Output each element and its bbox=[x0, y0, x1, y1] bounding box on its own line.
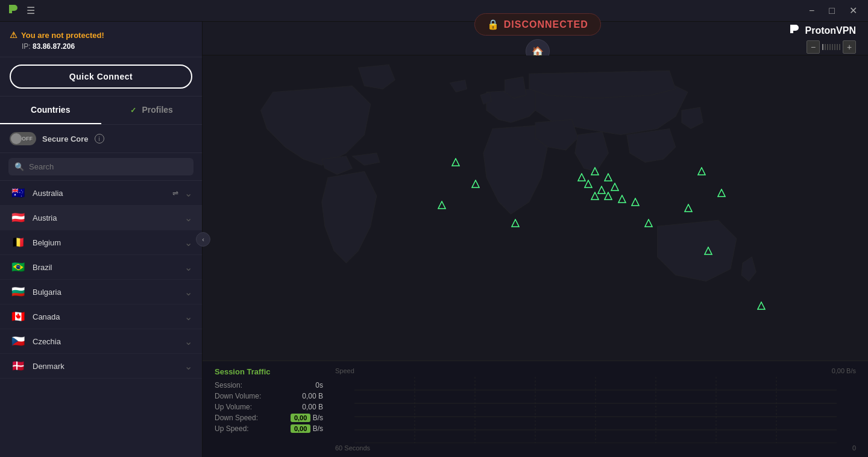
traffic-section: Session Traffic Session: 0s Down Volume:… bbox=[215, 367, 323, 451]
expand-icon-belgium: ⌄ bbox=[184, 237, 192, 248]
traffic-down-volume: Down Volume: 0,00 B bbox=[215, 392, 323, 400]
quick-connect-button[interactable]: Quick Connect bbox=[10, 65, 192, 89]
country-name-bulgaria: Bulgaria bbox=[33, 288, 178, 297]
flag-belgium: 🇧🇪 bbox=[10, 236, 27, 248]
country-item-czechia[interactable]: 🇨🇿 Czechia ⌄ bbox=[0, 329, 202, 354]
close-button[interactable]: ✕ bbox=[846, 4, 861, 17]
chart-speed-label: Speed bbox=[335, 367, 354, 374]
expand-icon-bulgaria: ⌄ bbox=[184, 286, 192, 298]
secure-core-row: OFF Secure Core i bbox=[0, 125, 202, 153]
search-row: 🔍 bbox=[0, 153, 202, 181]
country-list: 🇦🇺 Australia ⇌ ⌄ 🇦🇹 Austria ⌄ 🇧🇪 Belgium… bbox=[0, 181, 202, 457]
sidebar: ⚠ You are not protected! IP: 83.86.87.20… bbox=[0, 22, 203, 457]
connection-bar: 🔒 DISCONNECTED 🏠 ProtonVPN − bbox=[203, 22, 868, 55]
sidebar-collapse-button[interactable]: ‹ bbox=[196, 232, 210, 247]
redirect-icon-australia: ⇌ bbox=[172, 189, 178, 197]
tabs: Countries ✓ Profiles bbox=[0, 96, 202, 125]
country-name-australia: Australia bbox=[33, 189, 164, 198]
proton-logo-icon bbox=[7, 3, 19, 18]
window-controls: − □ ✕ bbox=[805, 4, 861, 17]
search-wrap: 🔍 bbox=[8, 158, 193, 175]
country-item-austria[interactable]: 🇦🇹 Austria ⌄ bbox=[0, 206, 202, 230]
hamburger-menu-icon[interactable]: ☰ bbox=[27, 5, 35, 16]
country-name-czechia: Czechia bbox=[33, 337, 178, 346]
info-icon[interactable]: i bbox=[95, 134, 104, 143]
chart-canvas bbox=[335, 377, 856, 443]
country-name-canada: Canada bbox=[33, 312, 178, 321]
disconnected-badge: 🔒 DISCONNECTED bbox=[474, 13, 601, 36]
country-name-austria: Austria bbox=[33, 213, 178, 222]
traffic-down-speed: Down Speed: 0,00 B/s bbox=[215, 414, 323, 422]
country-item-canada[interactable]: 🇨🇦 Canada ⌄ bbox=[0, 304, 202, 329]
expand-icon-czechia: ⌄ bbox=[184, 336, 192, 347]
flag-australia: 🇦🇺 bbox=[10, 187, 27, 199]
traffic-session: Session: 0s bbox=[215, 381, 323, 389]
search-icon: 🔍 bbox=[14, 162, 24, 171]
secure-core-label: Secure Core bbox=[42, 134, 89, 143]
brand-name: ProtonVPN bbox=[805, 25, 856, 36]
profiles-check-icon: ✓ bbox=[130, 106, 136, 115]
country-item-belgium[interactable]: 🇧🇪 Belgium ⌄ bbox=[0, 230, 202, 255]
main-layout: ⚠ You are not protected! IP: 83.86.87.20… bbox=[0, 22, 868, 457]
flag-canada: 🇨🇦 bbox=[10, 310, 27, 323]
expand-icon-brazil: ⌄ bbox=[184, 262, 192, 273]
lock-icon: 🔒 bbox=[487, 19, 499, 30]
brand-logo-icon bbox=[788, 23, 800, 38]
titlebar: ☰ − □ ✕ bbox=[0, 0, 868, 22]
country-item-brazil[interactable]: 🇧🇷 Brazil ⌄ bbox=[0, 255, 202, 280]
chart-footer: 60 Seconds 0 bbox=[335, 444, 856, 452]
country-name-brazil: Brazil bbox=[33, 263, 178, 272]
minimize-button[interactable]: − bbox=[805, 4, 818, 17]
zoom-controls: − + bbox=[807, 40, 856, 54]
stats-panel: Session Traffic Session: 0s Down Volume:… bbox=[203, 361, 868, 457]
toggle-label: OFF bbox=[22, 136, 33, 142]
chart-time-label: 60 Seconds bbox=[335, 444, 370, 452]
zoom-bar bbox=[822, 44, 840, 50]
warning-banner: ⚠ You are not protected! IP: 83.86.87.20… bbox=[0, 22, 202, 57]
chart-max-speed: 0,00 B/s bbox=[832, 367, 856, 374]
flag-brazil: 🇧🇷 bbox=[10, 261, 27, 273]
expand-icon-denmark: ⌄ bbox=[184, 361, 192, 372]
traffic-title: Session Traffic bbox=[215, 367, 323, 376]
tab-countries[interactable]: Countries bbox=[0, 96, 101, 124]
warning-icon: ⚠ bbox=[10, 30, 17, 40]
search-input[interactable] bbox=[29, 162, 187, 171]
chart-zero: 0 bbox=[852, 444, 856, 452]
quick-connect-section: Quick Connect bbox=[0, 57, 202, 96]
chart-area: Speed 0,00 B/s bbox=[335, 367, 856, 451]
country-item-denmark[interactable]: 🇩🇰 Denmark ⌄ bbox=[0, 354, 202, 379]
expand-icon-canada: ⌄ bbox=[184, 311, 192, 323]
flag-czechia: 🇨🇿 bbox=[10, 335, 27, 347]
zoom-out-button[interactable]: − bbox=[807, 40, 820, 54]
toggle-knob bbox=[11, 133, 22, 144]
secure-core-toggle[interactable]: OFF bbox=[10, 132, 36, 145]
world-map bbox=[203, 55, 868, 361]
flag-bulgaria: 🇧🇬 bbox=[10, 286, 27, 298]
chart-svg bbox=[335, 377, 856, 443]
expand-icon-austria: ⌄ bbox=[184, 212, 192, 224]
chart-header: Speed 0,00 B/s bbox=[335, 367, 856, 374]
titlebar-left: ☰ bbox=[7, 3, 35, 18]
disconnected-text: DISCONNECTED bbox=[504, 19, 588, 30]
protonvpn-brand: ProtonVPN bbox=[788, 23, 856, 38]
traffic-up-speed: Up Speed: 0,00 B/s bbox=[215, 424, 323, 433]
zoom-in-button[interactable]: + bbox=[843, 40, 856, 54]
tab-profiles[interactable]: ✓ Profiles bbox=[101, 96, 203, 124]
expand-icon-australia: ⌄ bbox=[184, 188, 192, 199]
country-item-bulgaria[interactable]: 🇧🇬 Bulgaria ⌄ bbox=[0, 280, 202, 304]
brand-section: ProtonVPN − + bbox=[788, 23, 856, 54]
maximize-button[interactable]: □ bbox=[825, 4, 838, 17]
flag-denmark: 🇩🇰 bbox=[10, 360, 27, 372]
flag-austria: 🇦🇹 bbox=[10, 212, 27, 224]
country-name-denmark: Denmark bbox=[33, 362, 178, 371]
country-name-belgium: Belgium bbox=[33, 238, 178, 247]
traffic-up-volume: Up Volume: 0,00 B bbox=[215, 403, 323, 411]
map-area[interactable] bbox=[203, 55, 868, 361]
right-panel: 🔒 DISCONNECTED 🏠 ProtonVPN − bbox=[203, 22, 868, 457]
warning-title: ⚠ You are not protected! bbox=[10, 30, 192, 40]
country-item-australia[interactable]: 🇦🇺 Australia ⇌ ⌄ bbox=[0, 181, 202, 206]
ip-display: IP: 83.86.87.206 bbox=[10, 42, 192, 51]
